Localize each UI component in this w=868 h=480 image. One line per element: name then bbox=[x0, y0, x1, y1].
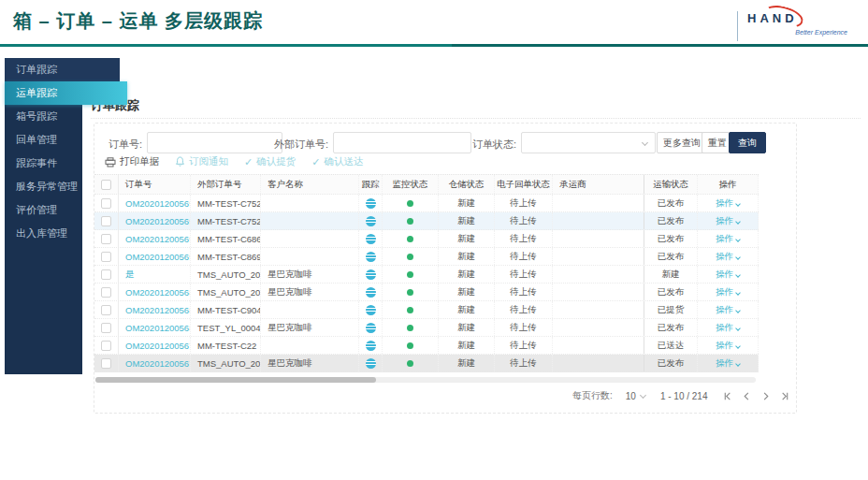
track-globe-icon[interactable] bbox=[366, 305, 376, 315]
row-action-dropdown[interactable]: 操作 bbox=[716, 357, 740, 370]
table-row: OM202012005695MM-TEST-C686新建待上传已发布操作 bbox=[94, 230, 759, 248]
print-documents-button[interactable]: 打印单据 bbox=[105, 155, 159, 168]
query-button[interactable]: 查询 bbox=[729, 132, 766, 153]
sidebar-item-跟踪事件[interactable]: 跟踪事件 bbox=[5, 152, 82, 175]
subscribe-notify-button[interactable]: 订阅通知 bbox=[175, 155, 228, 168]
more-query-button[interactable]: 更多查询 bbox=[657, 132, 707, 153]
horizontal-scrollbar[interactable] bbox=[95, 377, 756, 383]
rows-per-page-select[interactable]: 10 bbox=[626, 391, 645, 401]
carrier-cell bbox=[553, 319, 644, 336]
track-globe-icon[interactable] bbox=[366, 341, 376, 351]
action-cell: 操作 bbox=[698, 355, 759, 371]
track-globe-icon[interactable] bbox=[366, 198, 376, 209]
sidebar-item-出入库管理[interactable]: 出入库管理 bbox=[5, 222, 82, 245]
checkbox-cell bbox=[94, 266, 119, 283]
external_no-cell: TMS_AUTO_2020... bbox=[191, 284, 261, 300]
order-no-link[interactable]: OM202012005698... bbox=[125, 216, 191, 226]
track-globe-icon[interactable] bbox=[366, 323, 376, 333]
sidebar-item-回单管理[interactable]: 回单管理 bbox=[5, 128, 82, 152]
monitor-cell bbox=[383, 212, 439, 229]
external-no-input[interactable] bbox=[333, 132, 471, 153]
sidebar-item-箱号跟踪[interactable]: 箱号跟踪 bbox=[5, 105, 82, 128]
prev-page-icon[interactable] bbox=[742, 391, 752, 401]
order-no-input[interactable] bbox=[147, 132, 282, 153]
page-heading: 箱 – 订单 – 运单 多层级跟踪 bbox=[13, 8, 263, 34]
order-no-link[interactable]: OM202012005694 bbox=[125, 252, 191, 262]
row-checkbox[interactable] bbox=[101, 269, 111, 280]
sidebar-item-服务异常管理[interactable]: 服务异常管理 bbox=[5, 175, 82, 198]
row-action-dropdown[interactable]: 操作 bbox=[716, 269, 740, 281]
order-no-link[interactable]: OM202012005695 bbox=[125, 234, 191, 244]
track-globe-icon[interactable] bbox=[366, 216, 376, 226]
row-action-dropdown[interactable]: 操作 bbox=[716, 233, 740, 245]
row-action-dropdown[interactable]: 操作 bbox=[716, 215, 740, 227]
last-page-icon[interactable] bbox=[779, 391, 789, 401]
table-toolbar: 打印单据 订阅通知 ✓ 确认提货 ✓ 确认送达 bbox=[105, 155, 363, 168]
receipt-cell: 待上传 bbox=[495, 266, 553, 283]
checkbox-cell bbox=[94, 319, 119, 336]
row-action-dropdown[interactable]: 操作 bbox=[716, 197, 740, 210]
row-checkbox[interactable] bbox=[101, 358, 111, 369]
order-no-link[interactable]: OM202012005698... bbox=[125, 198, 191, 209]
order-no-link[interactable]: OM202012005681 bbox=[125, 323, 191, 333]
row-checkbox[interactable] bbox=[101, 234, 111, 244]
order-no-link[interactable]: 是 bbox=[125, 269, 135, 281]
row-checkbox[interactable] bbox=[101, 216, 111, 226]
transport-cell: 已提货 bbox=[644, 301, 698, 318]
first-page-icon[interactable] bbox=[723, 391, 733, 401]
sidebar-item-评价管理[interactable]: 评价管理 bbox=[5, 198, 82, 222]
transport-cell: 已发布 bbox=[644, 319, 698, 336]
row-checkbox[interactable] bbox=[101, 287, 111, 298]
next-page-icon[interactable] bbox=[760, 391, 771, 401]
scrollbar-thumb[interactable] bbox=[95, 377, 376, 383]
confirm-pickup-button[interactable]: ✓ 确认提货 bbox=[244, 155, 296, 168]
chevron-down-icon bbox=[642, 139, 648, 146]
external_no-cell: MM-TEST-C752 bbox=[191, 212, 261, 229]
track-globe-icon[interactable] bbox=[366, 269, 376, 280]
order-no-link[interactable]: OM202012005682 bbox=[125, 305, 191, 315]
row-checkbox[interactable] bbox=[101, 305, 111, 315]
sidebar-item-订单跟踪[interactable]: 订单跟踪 bbox=[5, 58, 120, 81]
track-globe-icon[interactable] bbox=[366, 287, 376, 298]
customer-cell: 星巴克咖啡 bbox=[261, 319, 359, 336]
track-globe-icon[interactable] bbox=[366, 252, 376, 262]
order-no-link[interactable]: OM202012005686 bbox=[125, 287, 191, 298]
row-checkbox[interactable] bbox=[101, 252, 111, 262]
monitor-cell bbox=[383, 284, 439, 300]
order-tracking-app: 箱 – 订单 – 运单 多层级跟踪 HAND Better Experience… bbox=[0, 0, 868, 480]
track-cell bbox=[359, 248, 383, 265]
transport-cell: 已发布 bbox=[644, 355, 698, 371]
select-all-checkbox[interactable] bbox=[101, 180, 111, 190]
carrier-cell bbox=[553, 212, 644, 229]
external_no-cell: MM-TEST-C752 bbox=[191, 195, 261, 211]
receipt-cell: 待上传 bbox=[495, 337, 553, 354]
row-action-dropdown[interactable]: 操作 bbox=[716, 304, 740, 316]
track-globe-icon[interactable] bbox=[366, 234, 376, 244]
customer-cell: 星巴克咖啡 bbox=[261, 284, 359, 300]
track-globe-icon[interactable] bbox=[366, 358, 376, 369]
checkbox-cell bbox=[94, 284, 119, 300]
row-action-dropdown[interactable]: 操作 bbox=[716, 286, 740, 298]
row-action-dropdown[interactable]: 操作 bbox=[716, 322, 740, 334]
hand-logo: HAND Better Experience bbox=[737, 11, 847, 41]
track-cell bbox=[359, 301, 383, 318]
confirm-delivery-button[interactable]: ✓ 确认送达 bbox=[311, 155, 363, 168]
row-action-dropdown[interactable]: 操作 bbox=[716, 340, 740, 352]
chevron-down-icon bbox=[735, 272, 741, 278]
monitor-status-dot bbox=[407, 325, 413, 331]
row-checkbox[interactable] bbox=[101, 323, 111, 333]
monitor-status-dot bbox=[407, 218, 413, 225]
order-no-link[interactable]: OM202012005677 bbox=[125, 341, 191, 351]
order-no-link[interactable]: OM202012005676 bbox=[125, 358, 191, 369]
column-header: 客户名称 bbox=[261, 175, 359, 194]
row-checkbox[interactable] bbox=[101, 198, 111, 209]
row-action-dropdown[interactable]: 操作 bbox=[716, 251, 740, 263]
order-status-select[interactable] bbox=[521, 132, 656, 153]
carrier-cell bbox=[553, 230, 644, 247]
sidebar-item-运单跟踪[interactable]: 运单跟踪 bbox=[5, 81, 127, 105]
row-checkbox[interactable] bbox=[101, 341, 111, 351]
action-cell: 操作 bbox=[698, 319, 759, 336]
track-cell bbox=[359, 355, 383, 371]
carrier-cell bbox=[553, 355, 644, 371]
sidebar-nav: 订单跟踪运单跟踪箱号跟踪回单管理跟踪事件服务异常管理评价管理出入库管理 bbox=[5, 58, 82, 374]
